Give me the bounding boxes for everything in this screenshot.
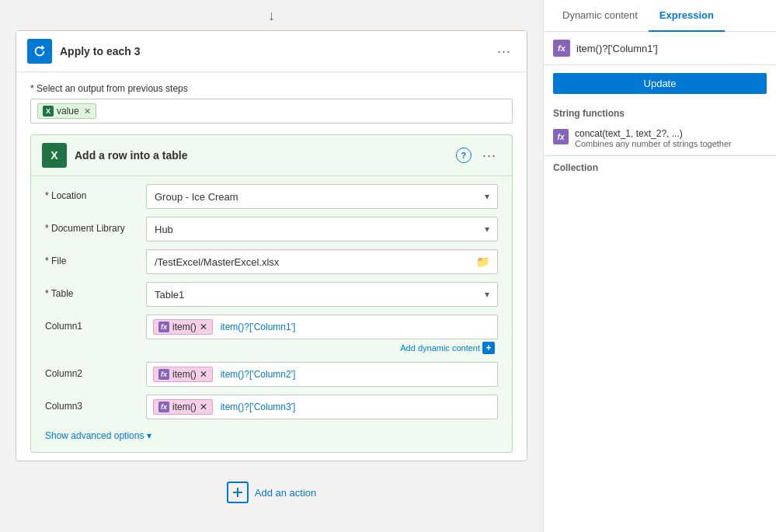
file-browse-icon[interactable]: 📁 [476,256,489,268]
help-icon[interactable]: ? [456,148,472,163]
column2-expr-value: item()?['Column2'] [221,369,296,380]
column2-expr-input[interactable]: fx item() ✕ item()?['Column2'] [146,362,498,387]
add-icon [231,486,244,499]
expression-value: item()?['Column1'] [576,43,767,54]
svg-rect-1 [233,492,242,493]
file-input[interactable]: /TestExcel/MasterExcel.xlsx 📁 [146,249,498,274]
column2-fx-icon: fx [158,369,169,380]
doc-library-dropdown[interactable]: Hub ▾ [146,217,498,242]
concat-function-desc: Combines any number of strings together [575,139,732,148]
concat-fx-icon: fx [553,129,569,144]
add-dynamic-plus-icon: + [482,342,495,354]
table-value: Table1 [155,289,184,301]
tab-dynamic-content[interactable]: Dynamic content [552,0,649,32]
panel-fx-icon: fx [553,40,570,57]
update-button[interactable]: Update [553,73,767,94]
doc-library-value: Hub [155,224,173,235]
column3-token-close[interactable]: ✕ [200,402,207,412]
add-dynamic-label: Add dynamic content [400,343,480,353]
concat-function-info: concat(text_1, text_2?, ...) Combines an… [575,128,732,148]
add-action-icon [227,482,249,503]
location-dropdown[interactable]: Group - Ice Cream ▾ [146,184,498,209]
column1-expr-value: item()?['Column1'] [221,322,296,332]
column3-input-wrapper: fx item() ✕ item()?['Column3'] [146,395,498,419]
doc-library-label: * Document Library [45,217,146,234]
add-action-label: Add an action [255,487,317,499]
select-output-label: * Select an output from previous steps [30,83,513,94]
column2-label: Column2 [45,362,146,379]
column1-expr-input[interactable]: fx item() ✕ item()?['Column1'] [146,315,498,339]
show-advanced-label: Show advanced options [45,430,144,441]
string-functions-label: String functions [544,102,776,122]
file-value: /TestExcel/MasterExcel.xlsx [155,256,279,268]
column1-fx-icon: fx [158,322,169,332]
column3-expr-input[interactable]: fx item() ✕ item()?['Column3'] [146,395,498,419]
connector-arrow: ↓ [16,8,527,24]
column2-row: Column2 fx item() ✕ item()?['Column2'] [45,362,498,387]
column1-token-close[interactable]: ✕ [200,322,207,332]
panel-tabs: Dynamic content Expression [544,0,776,32]
column1-add-dynamic[interactable]: Add dynamic content + [146,342,498,354]
column3-label: Column3 [45,395,146,412]
add-row-card-title: Add a row into a table [75,149,456,162]
add-action-button[interactable]: Add an action [217,477,326,508]
doc-library-input[interactable]: Hub ▾ [146,217,498,242]
file-row: * File /TestExcel/MasterExcel.xlsx 📁 [45,249,498,274]
add-row-card-body: * Location Group - Ice Cream ▾ * Documen… [31,176,512,444]
column3-token-label: item() [172,402,197,412]
add-row-card: X Add a row into a table ? ··· * Locatio… [30,134,513,453]
doc-library-chevron: ▾ [485,224,489,235]
column2-token-close[interactable]: ✕ [200,369,207,380]
location-value: Group - Ice Cream [155,191,238,203]
location-input[interactable]: Group - Ice Cream ▾ [146,184,498,209]
apply-each-card: Apply to each 3 ··· * Select an output f… [16,30,527,461]
column2-expr-token: fx item() ✕ [153,367,213,382]
concat-function-name: concat(text_1, text_2?, ...) [575,128,732,139]
show-advanced-toggle[interactable]: Show advanced options ▾ [45,427,498,444]
loop-icon [33,44,47,58]
apply-each-body: * Select an output from previous steps X… [16,72,527,461]
location-row: * Location Group - Ice Cream ▾ [45,184,498,209]
value-token-label: value [57,106,79,116]
value-token-close[interactable]: ✕ [84,106,91,116]
column3-fx-icon: fx [158,402,169,412]
file-field[interactable]: /TestExcel/MasterExcel.xlsx 📁 [146,249,498,274]
table-row: * Table Table1 ▾ [45,282,498,307]
doc-library-row: * Document Library Hub ▾ [45,217,498,242]
column1-label: Column1 [45,315,146,332]
concat-function-row[interactable]: fx concat(text_1, text_2?, ...) Combines… [544,122,776,155]
column3-row: Column3 fx item() ✕ item()?['Column3'] [45,395,498,419]
table-chevron: ▾ [485,289,489,300]
column3-expr-token: fx item() ✕ [153,399,213,415]
location-chevron: ▾ [485,191,489,202]
file-label: * File [45,249,146,266]
column1-expr-token: fx item() ✕ [153,319,213,335]
column1-token-label: item() [172,322,197,332]
add-row-card-header: X Add a row into a table ? ··· [31,135,512,176]
excel-token-icon: X [43,106,54,116]
location-label: * Location [45,184,146,201]
output-token-input[interactable]: X value ✕ [30,99,513,123]
add-row-menu[interactable]: ··· [478,144,501,167]
column1-row: Column1 fx item() ✕ item()?['Column1'] [45,315,498,354]
show-advanced-chevron: ▾ [147,430,151,441]
add-action-area: Add an action [16,477,527,508]
main-area: ↓ Apply to each 3 ··· * Select an output… [0,0,543,532]
right-panel: Dynamic content Expression fx item()?['C… [543,0,776,532]
tab-expression[interactable]: Expression [649,0,725,32]
apply-each-icon [27,39,52,64]
collection-label: Collection [544,155,776,176]
table-input[interactable]: Table1 ▾ [146,282,498,307]
apply-each-title: Apply to each 3 [60,45,492,57]
value-token: X value ✕ [37,103,96,119]
apply-each-menu[interactable]: ··· [492,40,516,63]
column3-expr-value: item()?['Column3'] [221,402,296,412]
column1-input-wrapper: fx item() ✕ item()?['Column1'] Add dynam… [146,315,498,354]
table-dropdown[interactable]: Table1 ▾ [146,282,498,307]
apply-each-header: Apply to each 3 ··· [16,31,527,72]
column2-token-label: item() [172,369,197,380]
column2-input-wrapper: fx item() ✕ item()?['Column2'] [146,362,498,387]
table-label: * Table [45,282,146,299]
expression-bar: fx item()?['Column1'] [544,32,776,65]
excel-big-icon: X [42,143,67,168]
